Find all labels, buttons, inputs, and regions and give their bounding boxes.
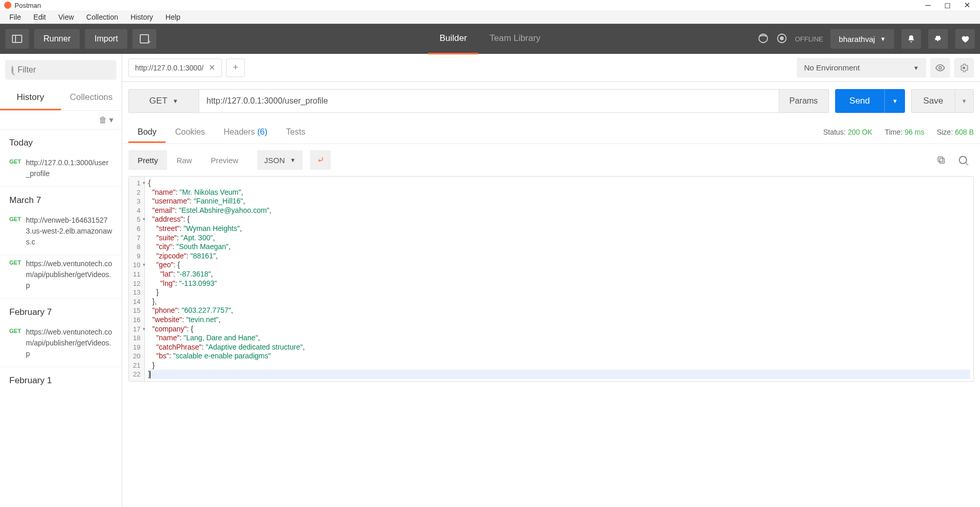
method-select[interactable]: GET ▼ <box>128 89 199 113</box>
environment-select[interactable]: No Environment ▼ <box>797 58 926 78</box>
top-toolbar: Runner Import Builder Team Library OFFLI… <box>0 24 980 54</box>
search-response-button[interactable] <box>956 151 974 169</box>
save-button[interactable]: Save <box>911 89 955 113</box>
sidebar: History Collections 🗑 ▾ TodayGEThttp://1… <box>0 54 122 507</box>
history-url: http://venweb-1646315273.us-west-2.elb.a… <box>26 215 112 248</box>
menu-file[interactable]: File <box>3 11 27 23</box>
filter-input[interactable] <box>18 65 121 75</box>
manage-environments-button[interactable] <box>954 58 974 78</box>
import-button[interactable]: Import <box>85 29 127 49</box>
response-tabs: Body Cookies Headers (6) Tests Status: 2… <box>122 120 980 144</box>
chevron-down-icon: ▼ <box>290 157 296 163</box>
headers-count: (6) <box>257 127 268 136</box>
history-method: GET <box>9 327 26 359</box>
history-url: https://web.ventunotech.com/api/publishe… <box>26 327 112 359</box>
postman-logo-icon <box>4 2 11 9</box>
method-label: GET <box>150 96 168 106</box>
request-row: GET ▼ Params Send ▼ Save ▼ <box>122 82 980 120</box>
svg-point-4 <box>963 66 966 69</box>
svg-rect-5 <box>940 158 944 163</box>
view-row: Pretty Raw Preview JSON ▼ ⤶ <box>122 144 980 176</box>
content-area: http://127.0.0.1:3000/ ✕ + No Environmen… <box>122 54 980 507</box>
sidebar-tab-history[interactable]: History <box>0 86 61 110</box>
history-item[interactable]: GEThttps://web.ventunotech.com/api/publi… <box>0 255 122 299</box>
request-tab-title: http://127.0.0.1:3000/ <box>135 64 203 72</box>
menu-history[interactable]: History <box>124 11 159 23</box>
runner-button[interactable]: Runner <box>34 29 80 49</box>
view-pretty[interactable]: Pretty <box>128 150 167 170</box>
copy-response-button[interactable] <box>932 151 950 169</box>
history-item[interactable]: GEThttps://web.ventunotech.com/api/publi… <box>0 324 122 367</box>
send-dropdown[interactable]: ▼ <box>884 89 905 113</box>
close-icon[interactable]: ✕ <box>964 1 971 10</box>
size-block: Size: 608 B <box>937 128 974 136</box>
status-block: Status: 200 OK <box>823 128 872 136</box>
view-raw[interactable]: Raw <box>167 150 201 170</box>
history-item[interactable]: GEThttp://venweb-1646315273.us-west-2.el… <box>0 212 122 255</box>
tab-team-library[interactable]: Team Library <box>478 24 552 54</box>
sync-status: OFFLINE <box>795 35 823 43</box>
history-method: GET <box>9 157 26 179</box>
history-list[interactable]: TodayGEThttp://127.0.0.1:3000/user_profi… <box>0 129 122 507</box>
history-date-header: February 7 <box>0 299 122 324</box>
maximize-icon[interactable]: ◻ <box>944 1 951 10</box>
notifications-button[interactable] <box>901 29 921 49</box>
trash-icon[interactable]: 🗑 ▾ <box>99 115 113 125</box>
window-titlebar: Postman ─ ◻ ✕ <box>0 0 980 10</box>
chevron-down-icon: ▼ <box>173 98 179 104</box>
window-title: Postman <box>14 2 41 9</box>
svg-rect-6 <box>938 157 943 162</box>
quick-look-button[interactable] <box>930 58 950 78</box>
svg-point-2 <box>780 37 783 40</box>
response-tab-headers[interactable]: Headers (6) <box>214 121 277 143</box>
close-tab-icon[interactable]: ✕ <box>209 63 215 73</box>
heart-button[interactable] <box>955 29 975 49</box>
menu-view[interactable]: View <box>52 11 80 23</box>
save-dropdown[interactable]: ▼ <box>955 89 974 113</box>
environment-label: No Environment <box>804 63 860 72</box>
response-body-editor[interactable]: 1▾2345▾678910▾11121314151617▾1819202122 … <box>128 176 974 382</box>
request-tabs-row: http://127.0.0.1:3000/ ✕ + No Environmen… <box>122 54 980 82</box>
sidebar-tab-collections[interactable]: Collections <box>61 86 122 110</box>
history-date-header: Today <box>0 129 122 154</box>
time-block: Time: 96 ms <box>885 128 925 136</box>
format-select[interactable]: JSON ▼ <box>257 150 303 170</box>
response-tab-tests[interactable]: Tests <box>277 121 315 143</box>
svg-point-3 <box>939 66 942 69</box>
view-preview[interactable]: Preview <box>201 150 247 170</box>
settings-button[interactable] <box>928 29 948 49</box>
new-tab-button[interactable] <box>132 29 156 49</box>
send-button[interactable]: Send <box>835 89 885 113</box>
wrap-lines-button[interactable]: ⤶ <box>310 150 331 170</box>
history-date-header: February 1 <box>0 367 122 392</box>
filter-box[interactable] <box>5 60 116 80</box>
username-label: bharathvaj <box>839 35 875 44</box>
chevron-down-icon: ▼ <box>913 65 919 71</box>
history-method: GET <box>9 215 26 248</box>
menubar: File Edit View Collection History Help <box>0 10 980 24</box>
params-button[interactable]: Params <box>779 89 829 113</box>
history-date-header: March 7 <box>0 187 122 212</box>
tab-builder[interactable]: Builder <box>428 24 478 54</box>
user-dropdown[interactable]: bharathvaj ▼ <box>830 29 894 49</box>
menu-collection[interactable]: Collection <box>80 11 124 23</box>
history-url: https://web.ventunotech.com/api/publishe… <box>26 258 112 291</box>
response-tab-cookies[interactable]: Cookies <box>166 121 214 143</box>
search-icon <box>11 66 13 74</box>
add-tab-button[interactable]: + <box>226 59 245 77</box>
history-method: GET <box>9 258 26 291</box>
toggle-sidebar-button[interactable] <box>5 29 29 49</box>
response-tab-body[interactable]: Body <box>128 121 166 143</box>
interceptor-icon[interactable] <box>758 33 769 46</box>
sync-icon[interactable] <box>776 33 788 46</box>
minimize-icon[interactable]: ─ <box>925 1 931 10</box>
request-tab[interactable]: http://127.0.0.1:3000/ ✕ <box>128 59 222 77</box>
history-item[interactable]: GEThttp://127.0.0.1:3000/user_profile <box>0 154 122 187</box>
menu-help[interactable]: Help <box>159 11 187 23</box>
chevron-down-icon: ▼ <box>880 36 886 42</box>
history-url: http://127.0.0.1:3000/user_profile <box>26 157 112 179</box>
menu-edit[interactable]: Edit <box>27 11 52 23</box>
url-input[interactable] <box>199 89 779 113</box>
